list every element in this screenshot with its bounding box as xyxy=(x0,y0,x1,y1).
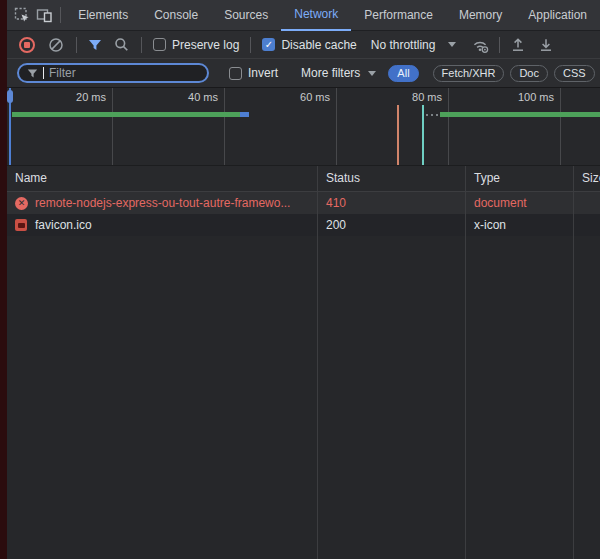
text-caret xyxy=(43,67,44,79)
export-har-button[interactable] xyxy=(538,37,554,53)
funnel-icon xyxy=(88,38,102,52)
network-panel: Elements Console Sources Network Perform… xyxy=(7,0,600,559)
device-toolbar-button[interactable] xyxy=(34,2,57,28)
request-bar-2 xyxy=(440,112,600,117)
throttling-select[interactable]: No throttling xyxy=(371,38,436,52)
tick-label-100ms: 100 ms xyxy=(494,91,554,103)
clear-network-log-button[interactable] xyxy=(48,37,64,53)
filter-pill-doc[interactable]: Doc xyxy=(510,65,548,82)
inspect-element-button[interactable] xyxy=(11,2,34,28)
table-row[interactable]: favicon.ico 200 x-icon xyxy=(7,214,600,236)
timing-dot xyxy=(436,114,438,116)
timing-dot xyxy=(431,114,433,116)
tick-label-80ms: 80 ms xyxy=(382,91,442,103)
invert-label: Invert xyxy=(248,66,278,80)
gridline-100ms xyxy=(560,88,561,165)
column-header-status[interactable]: Status xyxy=(317,166,465,191)
more-filters-button[interactable]: More filters xyxy=(301,66,360,80)
device-toolbar-icon xyxy=(36,7,53,23)
table-row[interactable]: ✕ remote-nodejs-express-ou-tout-autre-fr… xyxy=(7,192,600,214)
invert-checkbox[interactable] xyxy=(229,67,242,80)
tab-elements[interactable]: Elements xyxy=(65,0,141,31)
clear-icon xyxy=(48,37,64,53)
import-har-button[interactable] xyxy=(510,37,526,53)
disable-cache-checkbox[interactable]: ✓ xyxy=(262,38,275,51)
record-stop-icon xyxy=(24,42,30,48)
requests-table-empty-area xyxy=(7,236,600,559)
request-name: remote-nodejs-express-ou-tout-autre-fram… xyxy=(35,192,290,214)
throttling-caret-icon[interactable] xyxy=(448,42,456,47)
request-name: favicon.ico xyxy=(35,214,92,236)
funnel-icon xyxy=(27,68,38,79)
load-event-line xyxy=(397,105,399,165)
filter-pill-all[interactable]: All xyxy=(388,65,418,82)
requests-table-header: Name Status Type Size xyxy=(7,166,600,192)
network-toolbar: Preserve log ✓ Disable cache No throttli… xyxy=(7,31,600,59)
request-size-cell xyxy=(573,192,600,214)
error-icon: ✕ xyxy=(15,197,28,210)
request-name-cell: ✕ remote-nodejs-express-ou-tout-autre-fr… xyxy=(7,192,317,214)
request-name-cell: favicon.ico xyxy=(7,214,317,236)
filter-pill-css[interactable]: CSS xyxy=(554,65,595,82)
preserve-log-label: Preserve log xyxy=(172,38,239,52)
request-status-cell: 200 xyxy=(317,214,465,236)
column-header-name[interactable]: Name xyxy=(7,166,317,191)
gridline-80ms xyxy=(448,88,449,165)
tab-sources[interactable]: Sources xyxy=(211,0,281,31)
request-size-cell xyxy=(573,214,600,236)
filter-toggle-button[interactable] xyxy=(88,38,102,52)
network-conditions-button[interactable] xyxy=(472,37,489,53)
network-overview-timeline[interactable]: 20 ms 40 ms 60 ms 80 ms 100 ms xyxy=(7,88,600,166)
devtools-tabbar: Elements Console Sources Network Perform… xyxy=(7,0,600,31)
timing-dot xyxy=(426,114,428,116)
empty-status-column xyxy=(317,236,465,559)
gridline-60ms xyxy=(336,88,337,165)
filter-pill-fetch-xhr[interactable]: Fetch/XHR xyxy=(433,65,505,82)
request-type-cell: document xyxy=(465,192,573,214)
tab-performance[interactable]: Performance xyxy=(351,0,446,31)
disable-cache-label: Disable cache xyxy=(281,38,356,52)
tab-memory[interactable]: Memory xyxy=(446,0,515,31)
filter-input[interactable] xyxy=(49,66,199,80)
more-filters-caret-icon[interactable] xyxy=(368,71,376,76)
divider xyxy=(499,37,500,53)
tick-label-40ms: 40 ms xyxy=(158,91,218,103)
network-filter-bar: Invert More filters All Fetch/XHR Doc CS… xyxy=(7,59,600,88)
search-button[interactable] xyxy=(114,37,129,52)
tab-application[interactable]: Application xyxy=(515,0,600,31)
page-background-sliver xyxy=(0,0,7,559)
search-icon xyxy=(114,37,129,52)
divider xyxy=(141,37,142,53)
request-status-cell: 410 xyxy=(317,192,465,214)
divider xyxy=(76,37,77,53)
favicon-image-icon xyxy=(15,219,27,231)
tick-label-60ms: 60 ms xyxy=(270,91,330,103)
empty-name-column xyxy=(7,236,317,559)
column-header-type[interactable]: Type xyxy=(465,166,573,191)
dom-content-loaded-line xyxy=(422,105,424,165)
inspect-cursor-icon xyxy=(14,7,30,23)
tab-network[interactable]: Network xyxy=(281,0,351,31)
upload-icon xyxy=(510,37,526,53)
record-network-log-button[interactable] xyxy=(19,37,35,53)
filter-input-pill[interactable] xyxy=(17,63,209,83)
preserve-log-checkbox[interactable] xyxy=(153,38,166,51)
request-type-cell: x-icon xyxy=(465,214,573,236)
divider xyxy=(250,37,251,53)
gridline-20ms xyxy=(112,88,113,165)
empty-size-column xyxy=(573,236,600,559)
request-bar-1-tip xyxy=(240,112,249,117)
overview-selection-grip[interactable] xyxy=(7,90,13,103)
column-header-size[interactable]: Size xyxy=(573,166,600,191)
wifi-gear-icon xyxy=(472,37,489,53)
empty-type-column xyxy=(465,236,573,559)
tick-label-20ms: 20 ms xyxy=(46,91,106,103)
gridline-40ms xyxy=(224,88,225,165)
request-bar-1 xyxy=(12,112,240,117)
tab-console[interactable]: Console xyxy=(141,0,211,31)
devtools-window: Elements Console Sources Network Perform… xyxy=(0,0,600,559)
divider xyxy=(60,7,61,23)
download-icon xyxy=(538,37,554,53)
